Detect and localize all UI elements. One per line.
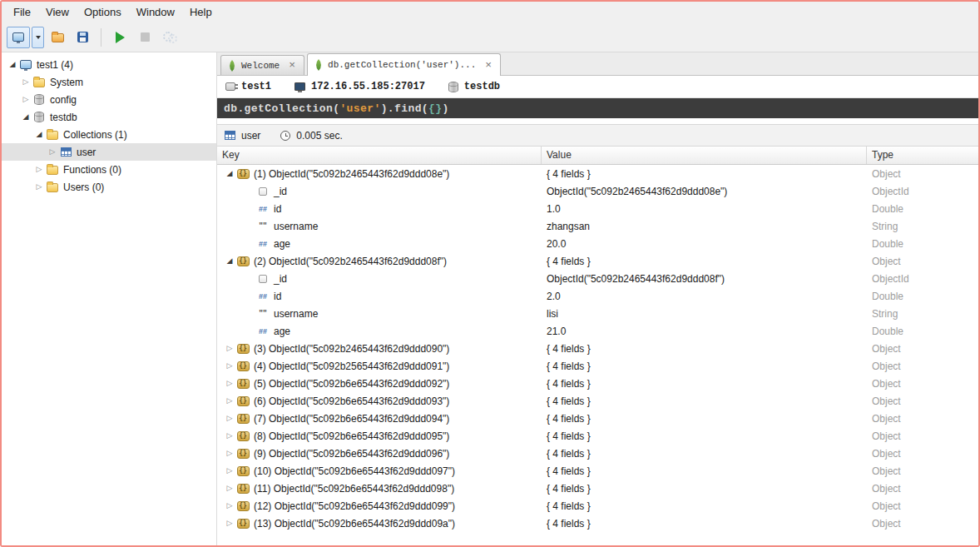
menu-file[interactable]: File [6,2,38,22]
close-icon[interactable]: × [287,60,297,71]
grid-row[interactable]: _idObjectId("5c092b2465443f62d9ddd08f")O… [217,270,978,287]
tree-expander-icon[interactable]: ▷ [47,148,58,156]
grid-row[interactable]: id1.0Double [217,200,978,217]
sidebar-tree: ◢test1 (4)▷System▷config◢testdb◢Collecti… [2,52,217,545]
orientation-button[interactable] [158,27,181,48]
key-cell: username [217,305,542,322]
icon-slot [255,221,270,231]
key-text: id [274,291,281,302]
row-expander-icon[interactable]: ◢ [224,257,235,265]
grid-header: Key Value Type [217,147,978,165]
menu-view[interactable]: View [38,2,77,22]
icon-slot [255,204,270,214]
grid-row[interactable]: ▷(10) ObjectId("5c092b6e65443f62d9ddd097… [217,462,978,480]
number-icon [257,204,270,214]
tree-item-users-0[interactable]: ▷Users (0) [2,178,216,196]
grid-row[interactable]: usernamelisiString [217,305,978,322]
icon-slot [235,256,250,266]
key-cell: _id [217,182,542,200]
menu-options[interactable]: Options [77,2,129,22]
grid-row[interactable]: ▷(3) ObjectId("5c092b2465443f62d9ddd090"… [217,340,978,357]
key-text: (5) ObjectId("5c092b6e65443f62d9ddd092") [254,378,449,390]
column-header-type[interactable]: Type [867,147,978,164]
tree-expander-icon[interactable]: ▷ [33,183,45,191]
column-header-key[interactable]: Key [217,147,542,164]
json-icon [237,414,250,424]
tree-expander-icon[interactable]: ▷ [20,78,32,86]
grid-row[interactable]: ▷(12) ObjectId("5c092b6e65443f62d9ddd099… [217,497,978,515]
row-expander-icon[interactable]: ▷ [224,467,235,475]
execute-button[interactable] [108,27,131,48]
tree-item-label: user [77,147,96,158]
grid-row[interactable]: ▷(13) ObjectId("5c092b6e65443f62d9ddd09a… [217,515,978,532]
key-cell: username [217,217,542,235]
grid-row[interactable]: _idObjectId("5c092b2465443f62d9ddd08e")O… [217,182,978,200]
grid-row[interactable]: age20.0Double [217,235,978,252]
grid-row[interactable]: ▷(7) ObjectId("5c092b6e65443f62d9ddd094"… [217,410,978,427]
type-cell: Double [867,291,978,302]
tree-item-user[interactable]: ▷user [2,143,216,161]
tree-item-config[interactable]: ▷config [2,91,216,108]
type-cell: Object [867,343,978,355]
row-expander-icon[interactable]: ▷ [224,502,235,510]
row-expander-icon[interactable]: ▷ [224,415,235,422]
value-cell: { 4 fields } [542,378,867,390]
tree-item-testdb[interactable]: ◢testdb [2,108,216,126]
json-icon [237,379,250,389]
grid-row[interactable]: ▷(5) ObjectId("5c092b6e65443f62d9ddd092"… [217,375,978,392]
breadcrumb-label: 172.16.55.185:27017 [311,81,425,92]
query-editor[interactable]: db.getCollection('user').find({}) [217,98,978,118]
grid-row[interactable]: usernamezhangsanString [217,217,978,235]
tree-expander-icon[interactable]: ◢ [20,113,32,121]
tree-item-test1-4[interactable]: ◢test1 (4) [2,56,216,73]
open-file-button[interactable] [46,27,69,48]
result-time: 0.005 sec. [280,130,342,142]
key-text: (12) ObjectId("5c092b6e65443f62d9ddd099"… [254,500,455,512]
menu-window[interactable]: Window [129,2,182,22]
query-token: db.getCollection( [224,102,339,115]
row-expander-icon[interactable]: ▷ [224,362,235,370]
row-expander-icon[interactable]: ▷ [224,397,235,405]
grid-row[interactable]: ▷(6) ObjectId("5c092b6e65443f62d9ddd093"… [217,392,978,410]
tab-db-getcollection-user[interactable]: db.getCollection('user')...× [307,53,501,76]
grid-row[interactable]: id2.0Double [217,287,978,305]
tree-expander-icon[interactable]: ▷ [33,166,45,173]
grid-row[interactable]: ▷(4) ObjectId("5c092b2565443f62d9ddd091"… [217,357,978,375]
close-icon[interactable]: × [483,60,493,71]
tree-expander-icon[interactable]: ▷ [20,96,32,103]
column-header-value[interactable]: Value [542,147,867,164]
type-cell: Object [867,448,978,460]
grid-row[interactable]: ▷(11) ObjectId("5c092b6e65443f62d9ddd098… [217,480,978,497]
clock-icon [280,131,290,141]
grid-row[interactable]: ◢(2) ObjectId("5c092b2465443f62d9ddd08f"… [217,252,978,270]
stop-button[interactable] [133,27,156,48]
menu-help[interactable]: Help [182,2,220,22]
row-expander-icon[interactable]: ▷ [224,380,235,387]
tree-item-functions-0[interactable]: ▷Functions (0) [2,161,216,178]
result-collection[interactable]: user [225,130,260,142]
app-window: FileViewOptionsWindowHelp ◢test1 (4)▷Sys… [0,0,980,547]
row-expander-icon[interactable]: ◢ [224,170,235,177]
objectid-icon [259,187,267,196]
grid-row[interactable]: ▷(8) ObjectId("5c092b6e65443f62d9ddd095"… [217,427,978,445]
tab-bar: Welcome×db.getCollection('user')...× [217,52,978,76]
grid-row[interactable]: ▷(9) ObjectId("5c092b6e65443f62d9ddd096"… [217,445,978,462]
leaf-icon [313,59,324,71]
grid-row[interactable]: ◢(1) ObjectId("5c092b2465443f62d9ddd08e"… [217,165,978,182]
tree-item-system[interactable]: ▷System [2,73,216,91]
connections-button[interactable] [7,27,30,48]
key-text: _id [274,186,287,197]
row-expander-icon[interactable]: ▷ [224,345,235,352]
tree-item-collections-1[interactable]: ◢Collections (1) [2,126,216,143]
connections-dropdown-button[interactable] [32,27,44,48]
value-cell: ObjectId("5c092b2465443f62d9ddd08f") [542,273,867,285]
tree-expander-icon[interactable]: ◢ [7,61,18,68]
tab-welcome[interactable]: Welcome× [220,55,304,75]
row-expander-icon[interactable]: ▷ [224,485,235,492]
grid-row[interactable]: age21.0Double [217,322,978,340]
tree-expander-icon[interactable]: ◢ [33,131,45,138]
row-expander-icon[interactable]: ▷ [224,520,235,527]
save-button[interactable] [71,27,94,48]
row-expander-icon[interactable]: ▷ [224,450,235,457]
row-expander-icon[interactable]: ▷ [224,432,235,440]
